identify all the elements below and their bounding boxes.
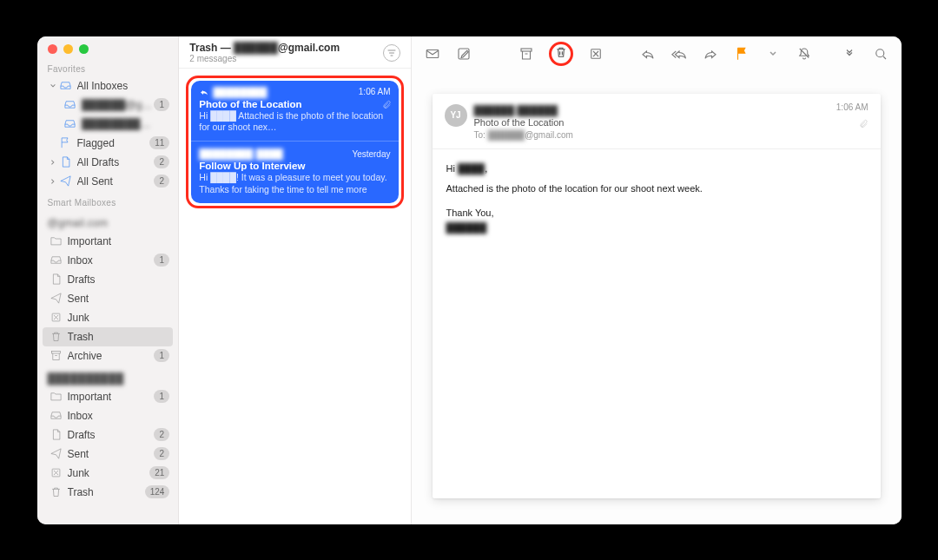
- sidebar-item-all-sent[interactable]: All Sent 2: [37, 172, 179, 191]
- account-1-label[interactable]: @gmail.com: [37, 210, 179, 232]
- sidebar-item-sent[interactable]: Sent: [37, 289, 179, 308]
- doc-icon: [50, 273, 63, 286]
- sidebar-item-label: All Inboxes: [77, 80, 170, 92]
- sidebar-item-inbox-child-1[interactable]: ██████@g… 1: [37, 96, 179, 115]
- sidebar-item-all-drafts[interactable]: All Drafts 2: [37, 153, 179, 172]
- sidebar-item-label: Drafts: [68, 273, 170, 286]
- message-subject: Follow Up to Interview: [199, 161, 390, 171]
- trash-icon: [50, 485, 63, 498]
- delete-button[interactable]: [554, 45, 568, 63]
- sidebar-item-label: Inbox: [68, 410, 170, 422]
- delete-button-highlight: [549, 42, 573, 66]
- mail-window: Favorites All Inboxes ██████@g… 1 ██████…: [37, 36, 902, 524]
- reply-button[interactable]: [639, 45, 657, 63]
- sidebar-item-inbox[interactable]: Inbox1: [37, 251, 179, 270]
- sidebar-item-sent[interactable]: Sent2: [37, 445, 179, 464]
- flag-menu-chevron[interactable]: [764, 45, 782, 63]
- email-subject: Photo of the Location: [474, 116, 573, 129]
- svg-point-7: [875, 49, 883, 56]
- inbox-icon: [63, 98, 76, 111]
- search-button[interactable]: [872, 45, 889, 63]
- flag-button[interactable]: [733, 45, 750, 63]
- email-from: ██████ ██████: [474, 104, 573, 117]
- sidebar-item-trash[interactable]: Trash: [43, 327, 174, 346]
- count-badge: 2: [154, 175, 169, 188]
- sidebar-item-label: Trash: [68, 486, 145, 498]
- sidebar-item-label: Important: [68, 391, 155, 403]
- sidebar-item-drafts[interactable]: Drafts: [37, 270, 179, 289]
- message-time: Yesterday: [352, 149, 390, 159]
- mute-button[interactable]: [796, 45, 813, 63]
- sidebar-item-archive[interactable]: Archive1: [37, 346, 179, 366]
- sidebar-item-label: Drafts: [68, 429, 155, 441]
- sidebar-item-label: ██████@g…: [82, 99, 155, 111]
- reply-all-button[interactable]: [670, 45, 688, 63]
- send-icon: [50, 447, 63, 460]
- favorites-label: Favorites: [37, 57, 179, 76]
- message-list-column: Trash — ██████@gmail.com 2 messages ████…: [179, 36, 411, 524]
- sidebar-item-important[interactable]: Important: [37, 232, 179, 251]
- sidebar-item-important[interactable]: Important1: [37, 387, 179, 406]
- inbox-icon: [59, 79, 72, 92]
- count-badge: 2: [154, 447, 169, 460]
- count-badge: 1: [154, 98, 169, 111]
- count-badge: 21: [149, 466, 169, 479]
- junk-button[interactable]: [587, 45, 604, 63]
- sidebar-item-trash[interactable]: Trash124: [37, 483, 179, 502]
- count-badge: 124: [145, 485, 170, 498]
- sidebar-item-inbox-child-2[interactable]: ████████…: [37, 115, 179, 134]
- toolbar: [412, 36, 902, 69]
- sidebar-item-label: ████████…: [82, 118, 170, 130]
- mark-unread-button[interactable]: [424, 45, 441, 63]
- message-sender: ████████ ████: [199, 148, 352, 159]
- inbox-sm-icon: [50, 409, 63, 422]
- mailbox-title: Trash — ██████@gmail.com: [189, 43, 340, 55]
- svg-rect-1: [51, 352, 60, 354]
- sidebar-item-label: Archive: [68, 350, 155, 362]
- filter-button[interactable]: [383, 44, 400, 62]
- forward-button[interactable]: [702, 45, 719, 63]
- message-subject: Photo of the Location: [199, 99, 390, 109]
- count-badge: 2: [154, 428, 169, 441]
- message-preview: Hi ████ Attached is the photo of the loc…: [199, 110, 390, 134]
- reading-pane: YJ ██████ ██████ Photo of the Location T…: [412, 36, 902, 524]
- folder-icon: [50, 234, 63, 247]
- message-count: 2 messages: [189, 54, 340, 64]
- compose-button[interactable]: [455, 45, 472, 63]
- message-item[interactable]: ████████ 1:06 AM Photo of the Location H…: [191, 81, 398, 203]
- close-window-button[interactable]: [48, 44, 57, 54]
- archive-button[interactable]: [518, 45, 535, 63]
- message-preview: Hi ████! It was a pleasure to meet you t…: [199, 172, 390, 196]
- doc-icon: [50, 428, 63, 441]
- sidebar-item-label: All Drafts: [77, 156, 155, 168]
- email-paper: YJ ██████ ██████ Photo of the Location T…: [433, 94, 881, 498]
- account-2-label[interactable]: ██████████: [37, 366, 179, 387]
- count-badge: 2: [154, 155, 169, 168]
- count-badge: 1: [154, 390, 169, 403]
- more-button[interactable]: [841, 45, 858, 63]
- sidebar-item-all-inboxes[interactable]: All Inboxes: [37, 76, 179, 96]
- smart-mailboxes-label: Smart Mailboxes: [37, 191, 179, 210]
- sidebar-item-junk[interactable]: Junk21: [37, 464, 179, 483]
- window-controls: [37, 36, 179, 57]
- inbox-icon: [63, 117, 76, 130]
- chevron-right-icon: [50, 158, 57, 166]
- minimize-window-button[interactable]: [63, 44, 73, 54]
- selected-messages-highlight: ████████ 1:06 AM Photo of the Location H…: [186, 76, 403, 208]
- zoom-window-button[interactable]: [79, 44, 89, 54]
- sidebar-item-label: Sent: [68, 293, 170, 305]
- sidebar-item-flagged[interactable]: Flagged 11: [37, 134, 179, 153]
- email-timestamp: 1:06 AM: [836, 102, 869, 112]
- sidebar-item-inbox[interactable]: Inbox: [37, 406, 179, 425]
- sidebar-item-label: Junk: [68, 467, 150, 479]
- message-time: 1:06 AM: [359, 87, 391, 96]
- send-icon: [50, 292, 63, 305]
- archive-icon: [50, 349, 63, 362]
- sidebar-item-drafts[interactable]: Drafts2: [37, 425, 179, 445]
- chevron-down-icon: [50, 82, 57, 89]
- sidebar-item-label: Junk: [68, 312, 170, 324]
- sidebar-item-label: Sent: [68, 448, 155, 460]
- send-icon: [59, 175, 72, 188]
- sidebar-item-label: All Sent: [77, 175, 155, 188]
- sidebar-item-junk[interactable]: Junk: [37, 308, 179, 327]
